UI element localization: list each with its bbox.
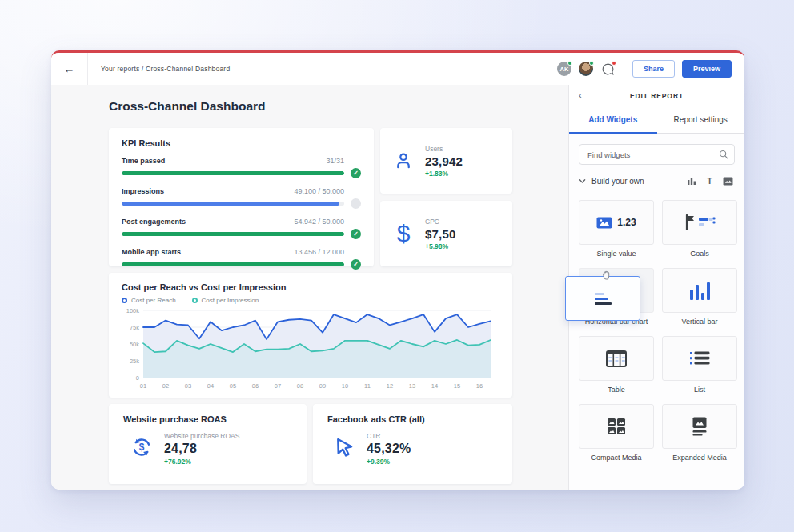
stat-value: 24,78 — [164, 442, 239, 456]
avatar[interactable] — [579, 62, 593, 76]
image-icon[interactable] — [723, 177, 733, 186]
kpi-row: Impressions 49.100 / 50.000 — [122, 187, 361, 209]
svg-text:100k: 100k — [126, 307, 140, 314]
widget-goals[interactable]: Goals — [662, 200, 737, 258]
chevron-down-icon — [579, 178, 586, 185]
users-widget[interactable]: Users 23,942 +1.83% — [380, 128, 512, 194]
stat-change: +5.98% — [425, 242, 456, 250]
stat-change: +76.92% — [164, 458, 239, 466]
svg-text:25k: 25k — [130, 358, 139, 365]
svg-text:$: $ — [139, 442, 145, 453]
breadcrumb[interactable]: Your reports / Cross-Channel Dashboard — [101, 65, 230, 73]
app-window: ← Your reports / Cross-Channel Dashboard… — [51, 50, 744, 490]
tab-report-settings[interactable]: Report settings — [657, 106, 745, 133]
svg-text:06: 06 — [252, 382, 259, 390]
svg-text:15: 15 — [454, 382, 460, 390]
share-button[interactable]: Share — [632, 60, 675, 78]
svg-text:50k: 50k — [130, 341, 139, 348]
widget-label: Vertical bar — [662, 318, 737, 326]
expanded-media-icon — [692, 417, 708, 436]
progress-fill — [122, 171, 344, 175]
widget-compact-media[interactable]: Compact Media — [579, 404, 654, 462]
widget-vertical-bar[interactable]: Vertical bar — [662, 268, 737, 326]
text-icon[interactable]: T — [707, 176, 712, 186]
svg-text:10: 10 — [342, 382, 348, 390]
svg-text:04: 04 — [207, 382, 214, 390]
sample-value: 1.23 — [617, 217, 636, 228]
cpc-widget[interactable]: $ CPC $7,50 +5.98% — [380, 201, 512, 266]
widget-label: Compact Media — [579, 454, 654, 462]
widget-label: Table — [579, 386, 654, 394]
stat-value: 23,942 — [425, 154, 463, 168]
progress-track — [122, 202, 344, 206]
user-icon — [391, 150, 415, 171]
svg-text:13: 13 — [409, 382, 415, 390]
kpi-label: Time passed — [122, 157, 165, 165]
progress-fill — [122, 202, 339, 206]
widget-horizontal-bar-chart[interactable]: Horizontal bar chart — [579, 268, 654, 326]
svg-text:08: 08 — [297, 382, 303, 390]
search-input[interactable] — [579, 144, 735, 165]
svg-text:14: 14 — [431, 382, 438, 390]
avatar[interactable]: AK — [557, 62, 571, 76]
list-icon — [689, 350, 710, 366]
kpi-row: Mobile app starts 13.456 / 12.000 ✓ — [122, 248, 361, 270]
bottom-card-title: Facebook ads CTR (all) — [327, 414, 498, 424]
kpi-label: Post engagements — [122, 218, 186, 226]
comments-button[interactable] — [600, 62, 616, 77]
line-chart-widget[interactable]: Cost per Reach vs Cost per Impression Co… — [109, 273, 512, 398]
progress-track — [122, 262, 344, 266]
preview-button[interactable]: Preview — [682, 60, 732, 78]
build-your-own-section[interactable]: Build your own T — [569, 171, 744, 189]
kpi-results-widget[interactable]: KPI Results Time passed 31/31 ✓ — [109, 128, 374, 266]
kpi-row: Time passed 31/31 ✓ — [122, 157, 361, 178]
svg-text:01: 01 — [140, 382, 146, 390]
kpi-label: Mobile app starts — [122, 248, 181, 256]
ctr-widget[interactable]: Facebook ads CTR (all) CTR 45,32% +9.39% — [313, 404, 512, 484]
report-canvas: Cross-Channel Dashboard KPI Results Time… — [51, 85, 568, 490]
check-circle-icon: ✓ — [351, 229, 361, 239]
goals-icon — [684, 214, 716, 230]
legend-dot-teal — [192, 298, 198, 303]
widget-label: Goals — [662, 250, 737, 258]
widget-expanded-media[interactable]: Expanded Media — [662, 404, 737, 462]
grab-cursor-icon — [601, 270, 613, 281]
search-icon — [719, 150, 728, 159]
progress-fill — [122, 232, 344, 236]
svg-text:16: 16 — [476, 382, 483, 390]
widget-table[interactable]: Table — [579, 336, 654, 394]
pending-circle-icon — [351, 198, 361, 209]
stat-label: Users — [425, 145, 463, 153]
bar-chart-icon[interactable] — [687, 176, 696, 186]
back-arrow-icon: ← — [64, 62, 75, 75]
topbar: ← Your reports / Cross-Channel Dashboard… — [51, 53, 744, 85]
svg-text:03: 03 — [185, 382, 191, 390]
svg-text:75k: 75k — [130, 324, 139, 331]
progress-fill — [122, 262, 344, 266]
compact-media-icon — [607, 418, 626, 435]
svg-text:05: 05 — [230, 382, 236, 390]
tab-add-widgets[interactable]: Add Widgets — [569, 106, 657, 133]
progress-track — [122, 232, 344, 236]
table-icon — [606, 350, 627, 367]
chart-title: Cost per Reach vs Cost per Impression — [122, 282, 496, 292]
kpi-label: Impressions — [122, 187, 164, 195]
page-title: Cross-Channel Dashboard — [109, 99, 512, 114]
back-button[interactable]: ← — [51, 53, 88, 85]
horizontal-bar-icon — [595, 293, 612, 305]
collapse-sidebar-button[interactable]: ‹ — [579, 91, 582, 100]
online-status-dot — [589, 61, 594, 66]
widget-list[interactable]: List — [662, 336, 737, 394]
legend-label: Cost per Reach — [131, 297, 176, 304]
legend-label: Cost per Impression — [202, 297, 259, 304]
roas-widget[interactable]: Website purchase ROAS $ — [109, 404, 307, 484]
section-label: Build your own — [591, 177, 644, 186]
line-chart: 025k50k75k100k01020304050607080910111213… — [122, 307, 493, 390]
widget-label: Single value — [579, 250, 654, 258]
widget-single-value[interactable]: 1.23 Single value — [579, 200, 654, 258]
kpi-value: 49.100 / 50.000 — [294, 187, 344, 195]
chart-legend: Cost per Reach Cost per Impression — [122, 297, 496, 304]
svg-text:12: 12 — [387, 382, 393, 390]
kpi-value: 31/31 — [326, 157, 344, 165]
dragged-widget-card[interactable] — [565, 276, 640, 321]
